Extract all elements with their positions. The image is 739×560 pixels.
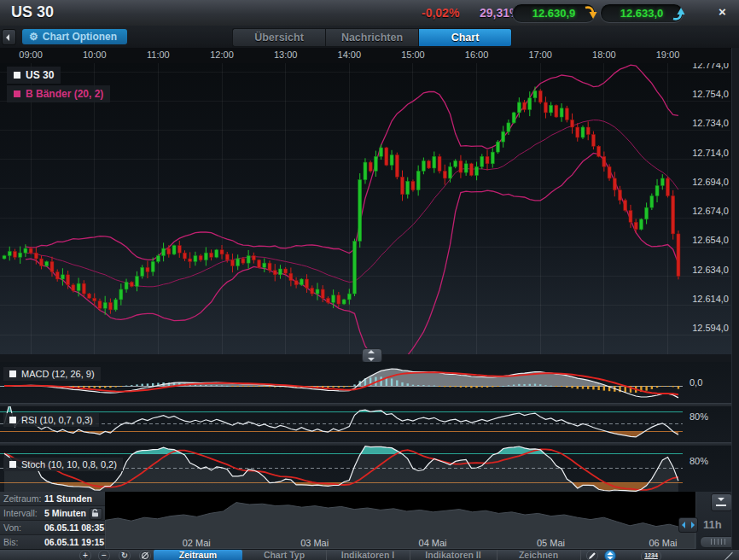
navigator-date-label: 02 Mai	[183, 538, 211, 548]
gear-icon: ⚙	[29, 31, 38, 43]
macd-axis-label: 0,0	[690, 377, 702, 388]
ask-price: 12.633,0	[620, 7, 664, 20]
rsi-panel[interactable]: RSI (10, 0,7, 0,3) 80%	[0, 406, 739, 442]
tab-nachrichten[interactable]: Nachrichten	[325, 28, 418, 47]
macd-canvas	[0, 362, 739, 403]
svg-text:12.674,0: 12.674,0	[692, 206, 729, 216]
time-tick: 13:00	[274, 50, 298, 60]
sell-price-button[interactable]: 12.630,9	[512, 3, 596, 23]
time-tick: 09:00	[19, 50, 43, 60]
bid-price: 12.630,9	[532, 7, 576, 20]
arrow-down-icon	[584, 4, 598, 22]
info-row-von: Von: 06.05.11 08:35	[0, 521, 105, 535]
scale-toggle-icon[interactable]	[604, 550, 616, 560]
stoch-panel[interactable]: Stoch (10, 10, 0,8, 0,2) 80%	[0, 446, 739, 492]
bottom-tab-indikatoren-1[interactable]: Indikatoren I	[326, 550, 410, 560]
bottom-tab-zeitraum[interactable]: Zeitraum	[154, 550, 242, 560]
svg-text:12.734,0: 12.734,0	[692, 118, 729, 128]
bottom-toolbar: + − ↻ Zeitraum Chart Typ Indikatoren I I…	[0, 549, 739, 560]
legend-series-label: US 30	[26, 69, 54, 81]
time-tick: 14:00	[338, 50, 362, 60]
navigator-date-label: 05 Mai	[537, 538, 565, 548]
stoch-label: Stoch (10, 10, 0,8, 0,2)	[21, 459, 117, 470]
range-info-box: Zeitraum: 11 Stunden Intervall: 5 Minute…	[0, 492, 105, 549]
navigator-date-label: 04 Mai	[419, 538, 447, 548]
macd-swatch-icon	[9, 370, 16, 377]
close-icon[interactable]: ×	[719, 4, 726, 19]
change-percent: -0,02%	[422, 6, 459, 20]
info-row-zeitraum: Zeitraum: 11 Stunden	[0, 492, 105, 506]
stoch-legend-chip[interactable]: Stoch (10, 10, 0,8, 0,2)	[3, 458, 123, 471]
time-tick: 10:00	[83, 50, 107, 60]
zoom-in-icon[interactable]: +	[79, 550, 91, 560]
navigator-date-label: 03 Mai	[300, 538, 329, 548]
buy-price-button[interactable]: 12.633,0	[600, 3, 684, 23]
time-tick: 17:00	[528, 50, 552, 60]
svg-text:12.774,0: 12.774,0	[692, 63, 729, 70]
time-tick: 18:00	[592, 50, 616, 60]
info-row-bis: Bis: 06.05.11 19:15	[0, 535, 105, 550]
info-row-intervall: Intervall: 5 Minuten	[0, 506, 105, 521]
bollinger-swatch-icon	[14, 90, 20, 97]
macd-label: MACD (12, 26, 9)	[21, 369, 95, 379]
svg-text:12.714,0: 12.714,0	[692, 148, 729, 158]
right-scrollbar[interactable]	[731, 48, 739, 549]
symbol-title: US 30	[11, 3, 54, 21]
rsi-legend-chip[interactable]: RSI (10, 0,7, 0,3)	[3, 413, 99, 427]
time-tick: 16:00	[465, 50, 489, 60]
stoch-swatch-icon	[9, 461, 16, 468]
reset-icon[interactable]	[139, 550, 151, 560]
panel-resize-handle[interactable]	[362, 348, 382, 363]
svg-text:12.654,0: 12.654,0	[692, 235, 729, 245]
draw-pencil-icon[interactable]	[586, 550, 598, 560]
legend-bollinger-label: B Bänder (20, 2)	[26, 88, 103, 100]
time-axis: 09:0010:0011:0012:0013:0014:0015:0016:00…	[0, 48, 730, 64]
pan-left-right-icon[interactable]	[678, 517, 698, 533]
time-tick: 12:00	[210, 50, 234, 60]
arrow-up-icon	[672, 4, 686, 22]
series-swatch-icon	[14, 72, 20, 79]
rsi-label: RSI (10, 0,7, 0,3)	[21, 415, 93, 425]
svg-text:12.634,0: 12.634,0	[692, 265, 729, 275]
resize-grip-icon[interactable]	[722, 551, 734, 560]
svg-text:12.614,0: 12.614,0	[692, 294, 729, 304]
navigator-date-label: 06 Mai	[649, 538, 677, 548]
rsi-axis-label: 80%	[690, 411, 708, 422]
time-tick: 11:00	[147, 50, 170, 60]
time-tick: 19:00	[656, 50, 680, 60]
bottom-tab-chart-typ[interactable]: Chart Typ	[242, 550, 327, 560]
bottom-tab-indikatoren-2[interactable]: Indikatoren II	[410, 550, 498, 560]
back-arrow-icon[interactable]	[2, 29, 16, 45]
refresh-icon[interactable]: ↻	[119, 550, 131, 560]
svg-text:12.694,0: 12.694,0	[692, 177, 729, 187]
values-display-icon[interactable]: 1234	[641, 551, 661, 560]
rsi-canvas	[0, 406, 739, 442]
bottom-region: Zeitraum: 11 Stunden Intervall: 5 Minute…	[0, 492, 739, 549]
title-bar: US 30 -0,02% 29,31% 12.630,9 12.633,0 ×	[0, 0, 739, 26]
legend-series-chip[interactable]: US 30	[7, 67, 61, 84]
macd-legend-chip[interactable]: MACD (12, 26, 9)	[3, 367, 101, 381]
visible-range-label: 11h	[703, 518, 722, 531]
main-chart-canvas: 12.774,012.754,012.734,012.714,012.694,0…	[0, 63, 739, 354]
tab-uebersicht[interactable]: Übersicht	[232, 28, 325, 47]
tab-chart[interactable]: Chart	[418, 28, 512, 47]
navigator-minimap[interactable]: 02 Mai03 Mai04 Mai05 Mai06 Mai	[105, 492, 695, 549]
view-tabs: Übersicht Nachrichten Chart	[232, 28, 512, 45]
trading-app-window: US 30 -0,02% 29,31% 12.630,9 12.633,0 × …	[0, 0, 739, 560]
macd-panel[interactable]: MACD (12, 26, 9) 0,0	[0, 362, 739, 403]
svg-text:12.594,0: 12.594,0	[692, 323, 729, 333]
bottom-tab-zeichnen[interactable]: Zeichnen	[497, 550, 581, 560]
lock-icon[interactable]	[90, 508, 102, 520]
legend-bollinger-chip[interactable]: B Bänder (20, 2)	[7, 85, 110, 102]
chart-options-button[interactable]: ⚙Chart Optionen	[22, 29, 127, 44]
time-tick: 15:00	[401, 50, 425, 60]
zoom-out-icon[interactable]: −	[98, 550, 110, 560]
scroll-to-latest-icon[interactable]	[711, 493, 732, 511]
main-chart-area[interactable]: 12.774,012.754,012.734,012.714,012.694,0…	[0, 63, 739, 354]
rsi-swatch-icon	[9, 417, 16, 423]
svg-text:12.754,0: 12.754,0	[692, 89, 729, 99]
stoch-axis-label: 80%	[690, 456, 708, 466]
